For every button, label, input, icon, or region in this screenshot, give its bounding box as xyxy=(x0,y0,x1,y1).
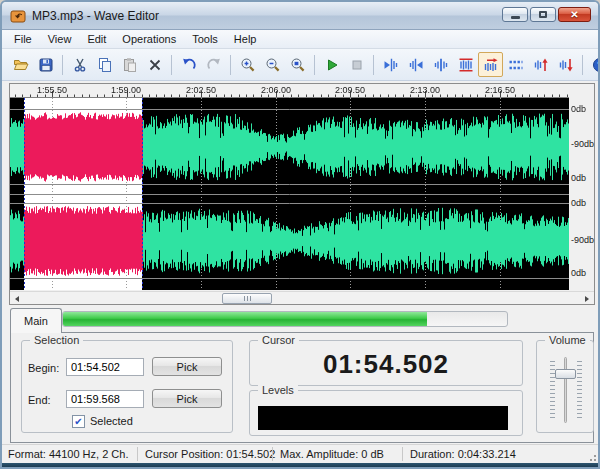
scrollbar-thumb[interactable] xyxy=(222,293,272,304)
toolbar-separator xyxy=(314,55,315,75)
ruler-tick-label: 2:13.00 xyxy=(405,85,445,95)
db-axis-label: -90db xyxy=(571,235,595,245)
zoom-out-icon xyxy=(265,57,281,73)
end-field[interactable] xyxy=(66,390,144,408)
pick-end-button[interactable]: Pick xyxy=(152,389,222,408)
redo-button[interactable] xyxy=(201,52,226,77)
copy-button[interactable] xyxy=(92,52,117,77)
zoom-out-button[interactable] xyxy=(260,52,285,77)
play-button[interactable] xyxy=(319,52,344,77)
menu-view[interactable]: View xyxy=(40,31,80,47)
toolbar-separator xyxy=(230,55,231,75)
menu-edit[interactable]: Edit xyxy=(79,31,114,47)
toolbar-separator xyxy=(582,55,583,75)
menu-operations[interactable]: Operations xyxy=(114,31,184,47)
scroll-left-icon xyxy=(15,296,19,302)
window-title: MP3.mp3 - Wave Editor xyxy=(32,9,159,23)
trim-left-wave-icon xyxy=(383,57,399,73)
amplify-up-button[interactable] xyxy=(528,52,553,77)
silence-button[interactable] xyxy=(503,52,528,77)
save-icon xyxy=(38,57,54,73)
status-max-amplitude: Max. Amplitude: 0 dB xyxy=(280,448,384,460)
scroll-right-button[interactable] xyxy=(580,292,594,305)
selected-checkbox-label: Selected xyxy=(90,415,133,427)
cursor-group: Cursor 01:54.502 xyxy=(249,340,523,386)
center-wave-button[interactable] xyxy=(428,52,453,77)
menu-help[interactable]: Help xyxy=(226,31,265,47)
selection-legend: Selection xyxy=(30,334,83,346)
maximize-button[interactable] xyxy=(530,7,556,22)
zoom-in-icon xyxy=(240,57,256,73)
status-bar: Format: 44100 Hz, 2 Ch. Cursor Position:… xyxy=(2,444,598,463)
cursor-legend: Cursor xyxy=(258,334,299,346)
minimize-icon xyxy=(511,16,520,19)
cursor-marker-button[interactable] xyxy=(478,52,503,77)
undo-button[interactable] xyxy=(176,52,201,77)
zoom-selection-icon xyxy=(290,57,306,73)
waveform-canvas[interactable] xyxy=(10,84,569,290)
begin-field[interactable] xyxy=(66,358,144,376)
toolbar-separator xyxy=(373,55,374,75)
levels-legend: Levels xyxy=(258,384,298,396)
close-button[interactable]: ✕ xyxy=(558,7,591,22)
menu-bar: File View Edit Operations Tools Help xyxy=(2,30,598,49)
pick-begin-button[interactable]: Pick xyxy=(152,357,222,376)
tab-main[interactable]: Main xyxy=(10,308,62,333)
db-axis-label: 0db xyxy=(571,198,595,208)
save-button[interactable] xyxy=(33,52,58,77)
db-axis-label: 0db xyxy=(571,104,595,114)
db-axis-label: -90db xyxy=(571,139,595,149)
redo-icon xyxy=(206,57,222,73)
amplify-down-button[interactable] xyxy=(553,52,578,77)
volume-slider-thumb[interactable] xyxy=(555,369,576,379)
close-icon: ✕ xyxy=(570,10,578,20)
trim-left-button[interactable] xyxy=(378,52,403,77)
wave-editor-window: MP3.mp3 - Wave Editor ✕ File View Edit O… xyxy=(0,0,600,469)
delete-x-icon xyxy=(147,57,163,73)
play-icon xyxy=(324,57,340,73)
stop-button[interactable] xyxy=(344,52,369,77)
progress-bar xyxy=(62,311,508,327)
paste-button[interactable] xyxy=(117,52,142,77)
db-axis-label: 0db xyxy=(571,173,595,183)
selected-checkbox[interactable]: ✔ xyxy=(72,415,85,428)
center-wave-icon xyxy=(433,57,449,73)
open-button[interactable] xyxy=(8,52,33,77)
main-panel: Selection Begin: Pick End: Pick ✔ Select… xyxy=(10,332,594,443)
check-icon: ✔ xyxy=(74,417,82,427)
ruler-tick-label: 1:55.50 xyxy=(32,85,72,95)
help-icon: ? xyxy=(592,57,600,73)
delete-button[interactable] xyxy=(142,52,167,77)
ruler-tick-label: 2:16.50 xyxy=(480,85,520,95)
progress-fill xyxy=(63,312,427,326)
undo-icon xyxy=(181,57,197,73)
cursor-position-value: 01:54.502 xyxy=(250,349,522,380)
cut-scissors-icon xyxy=(72,57,88,73)
ruler-tick-label: 2:02.50 xyxy=(181,85,221,95)
toolbar: ? xyxy=(2,49,598,81)
horizontal-scrollbar[interactable] xyxy=(10,291,594,304)
scroll-right-icon xyxy=(585,296,589,302)
resize-grip[interactable] xyxy=(586,451,596,461)
selection-group: Selection Begin: Pick End: Pick ✔ Select… xyxy=(21,340,233,433)
ruler-tick-label: 2:06.00 xyxy=(256,85,296,95)
scroll-left-button[interactable] xyxy=(10,292,24,305)
cut-button[interactable] xyxy=(67,52,92,77)
volume-legend: Volume xyxy=(545,334,590,346)
copy-icon xyxy=(97,57,113,73)
minimize-button[interactable] xyxy=(502,7,528,22)
status-format: Format: 44100 Hz, 2 Ch. xyxy=(8,448,128,460)
title-bar[interactable]: MP3.mp3 - Wave Editor ✕ xyxy=(2,2,598,30)
app-icon xyxy=(10,8,26,24)
volume-slider-track[interactable] xyxy=(564,357,567,423)
volume-ticks-right xyxy=(577,361,582,419)
zoom-selection-button[interactable] xyxy=(285,52,310,77)
wave-cursor-icon xyxy=(483,57,499,73)
menu-file[interactable]: File xyxy=(6,31,40,47)
menu-tools[interactable]: Tools xyxy=(184,31,226,47)
zoom-in-button[interactable] xyxy=(235,52,260,77)
rails-button[interactable] xyxy=(453,52,478,77)
volume-group: Volume xyxy=(536,340,594,433)
help-button[interactable]: ? xyxy=(587,52,600,77)
trim-right-button[interactable] xyxy=(403,52,428,77)
